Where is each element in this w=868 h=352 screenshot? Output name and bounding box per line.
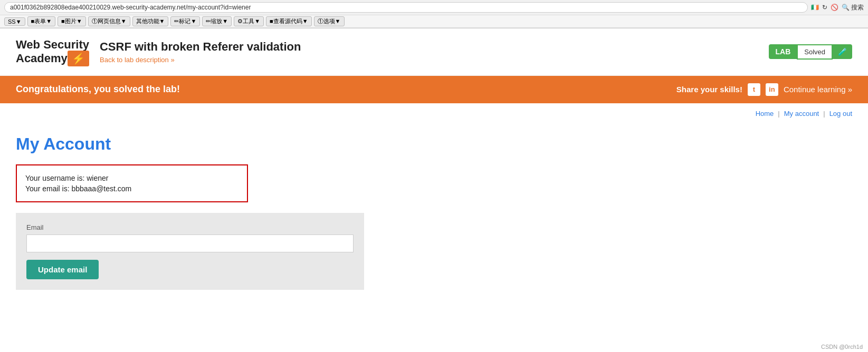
toolbar-bar: SS▼ ■表单▼ ■图片▼ ①网页信息▼ 其他功能▼ ✏标记▼ ✏缩放▼ ⚙工具… [0, 15, 868, 28]
solved-badge: Solved [797, 44, 833, 60]
toolbar-tools[interactable]: ⚙工具▼ [234, 16, 264, 26]
congrats-text: Congratulations, you solved the lab! [16, 84, 180, 95]
lab-title: CSRF with broken Referer validation [100, 40, 301, 54]
logo-line1: Web Security [16, 38, 89, 51]
browser-chrome: a001f0362b892808edae400210029.web-securi… [0, 0, 868, 28]
update-email-form: Email Update email [16, 213, 364, 290]
toolbar-form[interactable]: ■表单▼ [27, 16, 56, 26]
lab-title-area: CSRF with broken Referer validation Back… [100, 40, 301, 64]
page-title: My Account [16, 134, 459, 154]
logo: Web Security Academy⚡ [16, 38, 89, 66]
header-left: Web Security Academy⚡ CSRF with broken R… [16, 38, 301, 66]
reload-icon[interactable]: ↻ [822, 4, 827, 11]
logout-link[interactable]: Log out [829, 110, 852, 118]
toolbar-options[interactable]: ①选项▼ [314, 16, 345, 26]
back-to-lab-link[interactable]: Back to lab description [100, 56, 301, 64]
url-text: a001f0362b892808edae400210029.web-securi… [4, 2, 808, 13]
site-header: Web Security Academy⚡ CSRF with broken R… [0, 28, 868, 76]
main-content: My Account Your username is: wiener Your… [0, 124, 475, 311]
block-icon: 🚫 [831, 4, 838, 11]
nav-bar: Home | My account | Log out [0, 103, 868, 124]
toolbar-source[interactable]: ■查看源代码▼ [266, 16, 312, 26]
continue-learning-link[interactable]: Continue learning [784, 85, 852, 94]
lab-badge: LAB [769, 44, 797, 59]
toolbar-mark[interactable]: ✏标记▼ [170, 16, 200, 26]
email-label: Email [26, 223, 354, 231]
nav-sep-2: | [823, 110, 825, 118]
twitter-icon[interactable]: t [748, 83, 760, 96]
lab-badge-area: LAB Solved 🧪 [769, 44, 852, 60]
address-bar: a001f0362b892808edae400210029.web-securi… [0, 0, 868, 15]
orange-banner: Congratulations, you solved the lab! Sha… [0, 76, 868, 103]
toolbar-ss[interactable]: SS▼ [4, 17, 25, 26]
flask-button[interactable]: 🧪 [833, 44, 852, 59]
nav-sep-1: | [778, 110, 779, 118]
linkedin-icon[interactable]: in [766, 83, 778, 96]
share-label: Share your skills! [676, 85, 742, 94]
email-input[interactable] [26, 234, 354, 252]
update-email-button[interactable]: Update email [26, 260, 99, 279]
flag-icon: 🇮🇪 [811, 4, 819, 11]
user-info-box: Your username is: wiener Your email is: … [16, 164, 248, 202]
username-line: Your username is: wiener [25, 174, 239, 182]
my-account-link[interactable]: My account [784, 110, 819, 118]
logo-icon: ⚡ [68, 51, 89, 66]
logo-line2: Academy⚡ [16, 52, 89, 65]
logo-text: Web Security Academy⚡ [16, 38, 89, 66]
toolbar-zoom[interactable]: ✏缩放▼ [202, 16, 232, 26]
home-link[interactable]: Home [756, 110, 774, 118]
toolbar-pageinfo[interactable]: ①网页信息▼ [88, 16, 130, 26]
search-label: 🔍 搜索 [842, 3, 864, 12]
email-line: Your email is: bbbaaa@test.com [25, 184, 239, 193]
toolbar-other[interactable]: 其他功能▼ [132, 16, 169, 26]
share-area: Share your skills! t in Continue learnin… [676, 83, 852, 96]
toolbar-image[interactable]: ■图片▼ [58, 16, 86, 26]
